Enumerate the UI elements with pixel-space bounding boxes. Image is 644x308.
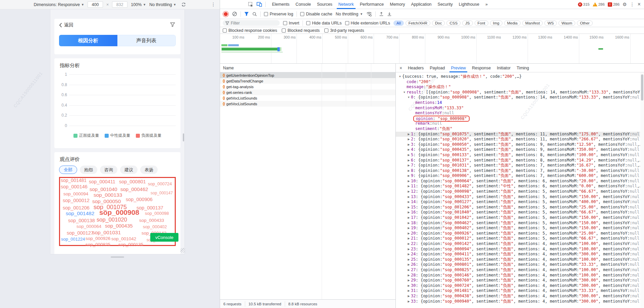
json-tree-row[interactable]: ▶18: {opinion: "sop_000462", sentiment: …	[396, 221, 640, 226]
throttling-select[interactable]: No throttling▼	[336, 12, 363, 16]
json-tree-row[interactable]: ▶1: {opinion: "sop_001075", sentiment: "…	[396, 132, 640, 137]
cloud-word[interactable]: sop_000402	[143, 225, 167, 229]
json-tree-row[interactable]: ▶28: {opinion: "sop_000146", sentiment: …	[396, 273, 640, 278]
collapsed-arrow-icon[interactable]: ▶	[407, 179, 411, 184]
hide-extension-urls-checkbox[interactable]: Hide extension URLs	[345, 21, 390, 25]
json-tree-row[interactable]: mentionsYoY: null	[396, 111, 640, 116]
collapsed-arrow-icon[interactable]: ▶	[407, 158, 411, 163]
cloud-word[interactable]: sop_000926	[86, 236, 110, 241]
close-devtools-icon[interactable]: ×	[638, 1, 641, 7]
collapsed-arrow-icon[interactable]: ▶	[407, 189, 411, 194]
json-tree-row[interactable]: ▶23: {opinion: "sop_000094", sentiment: …	[396, 247, 640, 252]
collapsed-arrow-icon[interactable]: ▶	[407, 168, 411, 174]
warning-badge[interactable]: 286	[593, 2, 605, 6]
collapsed-arrow-icon[interactable]: ▶	[407, 210, 411, 215]
collapsed-arrow-icon[interactable]: ▶	[407, 267, 411, 273]
tab-performance[interactable]: Performance	[357, 0, 387, 9]
collapsed-arrow-icon[interactable]: ▶	[407, 137, 411, 142]
legend-item[interactable]: 正面提及量	[73, 133, 99, 138]
cloud-word[interactable]: sop_000050	[92, 199, 121, 204]
json-tree-row[interactable]: ▶27: {opinion: "sop_000825", sentiment: …	[396, 267, 640, 273]
issues-badge[interactable]: !286	[608, 2, 620, 7]
dimensions-select[interactable]: Dimensions: Responsive ▼	[34, 2, 84, 7]
request-row[interactable]: {}getUserIntentionOpinionTop	[220, 72, 395, 78]
filter-funnel-icon[interactable]	[244, 12, 249, 16]
tab-network[interactable]: Network	[335, 0, 357, 9]
request-row[interactable]: {}getVocListSounds	[220, 101, 395, 107]
tab-console[interactable]: Console	[292, 0, 314, 9]
json-tree-row[interactable]: ▶33: {opinion: "sop_000940", sentiment: …	[396, 299, 640, 304]
cloud-word[interactable]: sop_001482	[66, 211, 94, 216]
json-tree-row[interactable]: ▶14: {opinion: "sop_000127", sentiment: …	[396, 199, 640, 205]
collapsed-arrow-icon[interactable]: ▶	[407, 299, 411, 304]
collapsed-arrow-icon[interactable]: ▶	[407, 288, 411, 294]
cloud-word[interactable]: sop_001206	[63, 205, 90, 210]
preview-scrollbar-thumb[interactable]	[641, 74, 643, 101]
invert-checkbox[interactable]: Invert	[283, 21, 299, 25]
clear-network-log-icon[interactable]	[232, 11, 237, 16]
json-tree-row[interactable]: ▶22: {opinion: "sop_000142", sentiment: …	[396, 241, 640, 247]
opinion-filter-表扬[interactable]: 表扬	[140, 166, 158, 174]
inspect-element-icon[interactable]	[248, 2, 253, 7]
expanded-arrow-icon[interactable]: ▼	[402, 90, 407, 95]
viewport-resize-handle[interactable]	[111, 256, 124, 258]
cloud-word[interactable]: sop_000908	[99, 209, 139, 216]
detail-tab-timing[interactable]: Timing	[514, 64, 532, 72]
collapsed-arrow-icon[interactable]: ▶	[407, 294, 411, 299]
json-tree-row[interactable]: ▶10: {opinion: "sop_000064", sentiment: …	[396, 179, 640, 184]
collapsed-arrow-icon[interactable]: ▶	[407, 236, 411, 241]
cloud-word[interactable]: sop_000094	[63, 192, 88, 196]
back-button[interactable]: 返回	[59, 22, 73, 28]
filter-chip-img[interactable]: Img	[490, 20, 502, 26]
filter-chip-js[interactable]: JS	[462, 20, 473, 26]
collapsed-arrow-icon[interactable]: ▶	[407, 247, 411, 252]
collapsed-arrow-icon[interactable]: ▶	[407, 226, 411, 231]
json-tree-row[interactable]: sentiment: "负面"	[396, 126, 640, 132]
json-tree-row[interactable]: remark: null	[396, 121, 640, 126]
search-icon[interactable]	[252, 12, 257, 16]
request-row[interactable]: {}get-series-rank	[220, 89, 395, 95]
cloud-word[interactable]: sop_001042	[111, 237, 136, 241]
collapsed-arrow-icon[interactable]: ▶	[407, 257, 411, 262]
filter-chip-media[interactable]: Media	[504, 20, 521, 26]
detail-tab-headers[interactable]: Headers	[405, 64, 426, 72]
cloud-word[interactable]: sop_000801	[119, 179, 146, 184]
vconsole-button[interactable]: vConsole	[150, 233, 178, 242]
request-row[interactable]: {}get-tag-analysis	[220, 84, 395, 89]
json-tree-row[interactable]: ▶3: {opinion: "sop_000050", sentiment: "…	[396, 142, 640, 147]
expanded-arrow-icon[interactable]: ▼	[407, 95, 411, 100]
filter-chip-ws[interactable]: WS	[544, 20, 557, 26]
error-badge[interactable]: ×315	[578, 2, 590, 7]
collapsed-arrow-icon[interactable]: ▶	[407, 215, 411, 221]
json-tree-row[interactable]: mentions: 14	[396, 100, 640, 106]
blocked-requests-checkbox[interactable]: Blocked requests	[282, 28, 320, 33]
collapsed-arrow-icon[interactable]: ▶	[407, 152, 411, 158]
cloud-word[interactable]: sop_000133	[94, 192, 122, 198]
json-tree-row[interactable]: ▶2: {opinion: "sop_001020", sentiment: "…	[396, 137, 640, 142]
json-tree-row[interactable]: ▶8: {opinion: "sop_000138", sentiment: "…	[396, 168, 640, 174]
cloud-word[interactable]: sop_000127	[67, 231, 94, 236]
collapsed-arrow-icon[interactable]: ▶	[407, 184, 411, 189]
record-network-log-button[interactable]	[224, 12, 228, 16]
cloud-word[interactable]: sop_000724	[148, 182, 172, 186]
more-tabs-chevron[interactable]: »	[482, 0, 491, 9]
filter-chip-all[interactable]: All	[393, 20, 404, 26]
request-row[interactable]: {}getVocListSounds	[220, 95, 395, 101]
export-har-icon[interactable]	[387, 12, 392, 16]
filter-funnel-icon[interactable]	[170, 22, 175, 27]
json-tree-row[interactable]: ▶29: {opinion: "sop_000760", sentiment: …	[396, 278, 640, 283]
filter-chip-doc[interactable]: Doc	[432, 20, 445, 26]
json-tree-row[interactable]: ▶31: {opinion: "sop_001481", sentiment: …	[396, 288, 640, 294]
collapsed-arrow-icon[interactable]: ▶	[407, 147, 411, 152]
filter-chip-manifest[interactable]: Manifest	[522, 20, 543, 26]
opinion-filter-咨询[interactable]: 咨询	[100, 166, 117, 174]
blocked-response-cookies-checkbox[interactable]: Blocked response cookies	[223, 28, 277, 33]
collapsed-arrow-icon[interactable]: ▶	[407, 205, 411, 210]
app-tab-声音列表[interactable]: 声音列表	[117, 35, 176, 46]
cloud-word[interactable]: sop_000433	[139, 218, 164, 223]
tab-sources[interactable]: Sources	[314, 0, 335, 9]
json-tree-row[interactable]: ▼0: {opinion: "sop_000908", sentiment: "…	[396, 95, 640, 100]
detail-tab-preview[interactable]: Preview	[448, 64, 468, 72]
cloud-word[interactable]: sop_000146	[61, 184, 88, 189]
app-scrollbar-thumb[interactable]	[183, 133, 184, 141]
